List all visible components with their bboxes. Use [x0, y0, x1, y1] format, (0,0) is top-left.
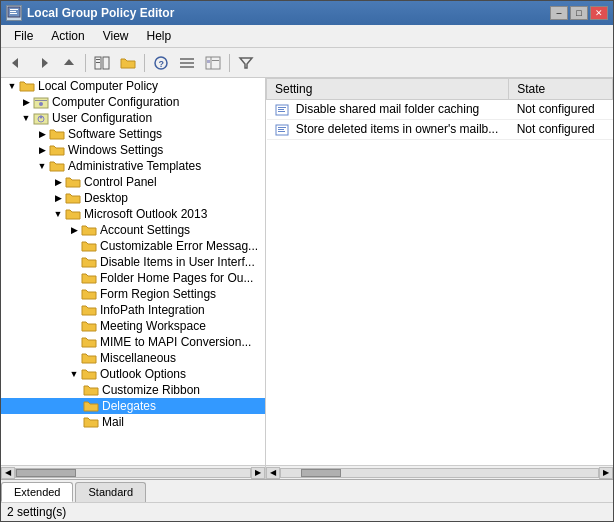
ss-expander[interactable]: ▶ — [35, 127, 49, 141]
root-icon — [19, 79, 35, 93]
tree-container[interactable]: ▼ Local Computer Policy ▶ — [1, 78, 265, 465]
menu-action[interactable]: Action — [43, 27, 92, 45]
svg-rect-34 — [278, 131, 285, 132]
left-scroll-left[interactable]: ◀ — [1, 467, 15, 479]
svg-point-23 — [39, 102, 43, 106]
svg-rect-19 — [212, 60, 219, 61]
as-expander[interactable]: ▶ — [67, 223, 81, 237]
cp-expander[interactable]: ▶ — [51, 175, 65, 189]
control-panel-label: Control Panel — [84, 175, 157, 189]
tree-software-settings[interactable]: ▶ Software Settings — [1, 126, 265, 142]
tree-customizable-errors[interactable]: Customizable Error Messag... — [1, 238, 265, 254]
tree-admin-templates[interactable]: ▼ Administrative Templates — [1, 158, 265, 174]
details-button[interactable] — [201, 51, 225, 75]
table-row[interactable]: Disable shared mail folder caching Not c… — [267, 100, 613, 120]
right-scroll-right[interactable]: ▶ — [599, 467, 613, 479]
left-scroll-right[interactable]: ▶ — [251, 467, 265, 479]
right-scroll-track[interactable] — [280, 468, 599, 478]
filter-button[interactable] — [234, 51, 258, 75]
user-config-label: User Configuration — [52, 111, 152, 125]
ws-expander[interactable]: ▶ — [35, 143, 49, 157]
menu-view[interactable]: View — [95, 27, 137, 45]
tree-infopath[interactable]: InfoPath Integration — [1, 302, 265, 318]
mail-label: Mail — [102, 415, 124, 429]
del-icon — [83, 399, 99, 413]
tree-miscellaneous[interactable]: Miscellaneous — [1, 350, 265, 366]
dt-expander[interactable]: ▶ — [51, 191, 65, 205]
main-window: Local Group Policy Editor – □ ✕ File Act… — [0, 0, 614, 522]
customize-ribbon-label: Customize Ribbon — [102, 383, 200, 397]
menu-help[interactable]: Help — [139, 27, 180, 45]
toolbar: ? — [1, 48, 613, 78]
oo-expander[interactable]: ▼ — [67, 367, 81, 381]
window-controls: – □ ✕ — [550, 6, 608, 20]
col-setting[interactable]: Setting — [267, 79, 509, 100]
tree-mime-mapi[interactable]: MIME to MAPI Conversion... — [1, 334, 265, 350]
settings-list[interactable]: Setting State — [266, 78, 613, 465]
tree-ms-outlook[interactable]: ▼ Microsoft Outlook 2013 — [1, 206, 265, 222]
maximize-button[interactable]: □ — [570, 6, 588, 20]
col-state[interactable]: State — [509, 79, 613, 100]
status-bar: 2 setting(s) — [1, 502, 613, 521]
svg-rect-1 — [10, 9, 18, 10]
right-hscroll: ◀ ▶ — [266, 466, 613, 480]
folder-button[interactable] — [116, 51, 140, 75]
tab-extended[interactable]: Extended — [1, 482, 73, 502]
tree-windows-settings[interactable]: ▶ Windows Settings — [1, 142, 265, 158]
misc-icon — [81, 351, 97, 365]
svg-rect-10 — [96, 62, 100, 63]
mo-expander[interactable]: ▼ — [51, 207, 65, 221]
mime-mapi-label: MIME to MAPI Conversion... — [100, 335, 251, 349]
right-scroll-left[interactable]: ◀ — [266, 467, 280, 479]
tree-root[interactable]: ▼ Local Computer Policy — [1, 78, 265, 94]
show-hide-tree-button[interactable] — [90, 51, 114, 75]
minimize-button[interactable]: – — [550, 6, 568, 20]
up-button[interactable] — [57, 51, 81, 75]
main-content: ▼ Local Computer Policy ▶ — [1, 78, 613, 465]
setting-cell-1: Disable shared mail folder caching — [267, 100, 509, 120]
tree-control-panel[interactable]: ▶ Control Panel — [1, 174, 265, 190]
menu-file[interactable]: File — [6, 27, 41, 45]
svg-rect-2 — [10, 11, 16, 12]
help-button[interactable]: ? — [149, 51, 173, 75]
state-cell-1: Not configured — [509, 100, 613, 120]
hscroll-row: ◀ ▶ ◀ ▶ — [1, 465, 613, 479]
fr-icon — [81, 287, 97, 301]
tree-computer-config[interactable]: ▶ Computer Configuration — [1, 94, 265, 110]
infopath-label: InfoPath Integration — [100, 303, 205, 317]
root-expander[interactable]: ▼ — [5, 79, 19, 93]
tree-account-settings[interactable]: ▶ Account Settings — [1, 222, 265, 238]
tree-meeting-workspace[interactable]: Meeting Workspace — [1, 318, 265, 334]
ce-icon — [81, 239, 97, 253]
fh-icon — [81, 271, 97, 285]
tab-standard[interactable]: Standard — [75, 482, 146, 502]
cc-expander[interactable]: ▶ — [19, 95, 33, 109]
state-cell-2: Not configured — [509, 119, 613, 139]
meeting-workspace-label: Meeting Workspace — [100, 319, 206, 333]
at-expander[interactable]: ▼ — [35, 159, 49, 173]
uc-expander[interactable]: ▼ — [19, 111, 33, 125]
tree-customize-ribbon[interactable]: Customize Ribbon — [1, 382, 265, 398]
as-icon — [81, 223, 97, 237]
svg-rect-32 — [278, 127, 286, 128]
mail-icon — [83, 415, 99, 429]
toolbar-separator-2 — [144, 54, 145, 72]
tree-mail[interactable]: Mail — [1, 414, 265, 430]
tree-disable-items[interactable]: Disable Items in User Interf... — [1, 254, 265, 270]
tree-delegates[interactable]: Delegates — [1, 398, 265, 414]
svg-rect-3 — [10, 13, 17, 14]
tree-desktop[interactable]: ▶ Desktop — [1, 190, 265, 206]
back-button[interactable] — [5, 51, 29, 75]
forward-button[interactable] — [31, 51, 55, 75]
tree-form-region[interactable]: Form Region Settings — [1, 286, 265, 302]
tree-folder-home[interactable]: Folder Home Pages for Ou... — [1, 270, 265, 286]
tree-outlook-options[interactable]: ▼ Outlook Options — [1, 366, 265, 382]
svg-point-26 — [40, 116, 43, 119]
close-button[interactable]: ✕ — [590, 6, 608, 20]
tree-user-config[interactable]: ▼ User Configuration — [1, 110, 265, 126]
table-row[interactable]: Store deleted items in owner's mailb... … — [267, 119, 613, 139]
list-button[interactable] — [175, 51, 199, 75]
left-scroll-track[interactable] — [15, 468, 251, 478]
desktop-label: Desktop — [84, 191, 128, 205]
toolbar-separator-1 — [85, 54, 86, 72]
